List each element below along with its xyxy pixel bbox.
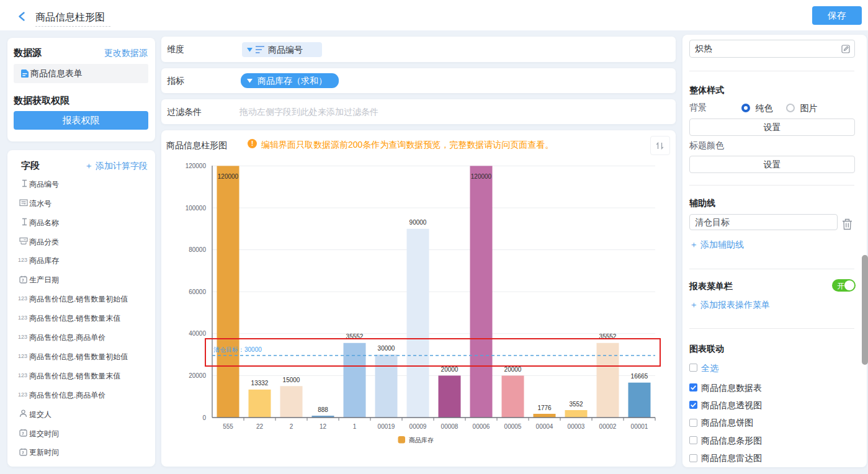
svg-text:20000: 20000 (189, 372, 206, 379)
svg-text:00001: 00001 (631, 423, 648, 430)
svg-text:12: 12 (320, 423, 327, 430)
svg-text:00008: 00008 (441, 423, 459, 430)
svg-text:13332: 13332 (251, 380, 269, 387)
svg-text:00005: 00005 (504, 423, 522, 430)
svg-text:20000: 20000 (441, 366, 459, 373)
svg-text:商品库存: 商品库存 (409, 437, 434, 444)
svg-text:100000: 100000 (186, 205, 207, 212)
svg-text:90000: 90000 (409, 219, 427, 226)
svg-text:00009: 00009 (409, 423, 427, 430)
svg-text:1776: 1776 (537, 405, 552, 411)
svg-text:15000: 15000 (283, 377, 300, 383)
svg-text:555: 555 (223, 423, 233, 430)
svg-text:120000: 120000 (218, 173, 239, 180)
svg-text:00019: 00019 (378, 423, 395, 430)
svg-text:22: 22 (256, 423, 264, 430)
svg-text:00004: 00004 (536, 423, 553, 430)
svg-text:888: 888 (318, 406, 328, 413)
svg-text:16665: 16665 (631, 373, 648, 380)
svg-text:40000: 40000 (189, 330, 206, 337)
svg-text:30000: 30000 (378, 345, 395, 352)
svg-text:60000: 60000 (189, 288, 206, 295)
svg-text:1: 1 (353, 423, 357, 430)
svg-text:80000: 80000 (189, 246, 206, 253)
svg-text:00006: 00006 (473, 423, 490, 430)
svg-text:120000: 120000 (186, 163, 207, 169)
svg-text:3552: 3552 (569, 401, 583, 408)
svg-text:00003: 00003 (568, 423, 585, 430)
svg-text:00002: 00002 (599, 423, 617, 430)
svg-text:2: 2 (290, 423, 293, 430)
svg-text:0: 0 (202, 414, 206, 421)
svg-text:清仓目标：30000: 清仓目标：30000 (213, 346, 262, 353)
svg-text:20000: 20000 (504, 366, 522, 373)
svg-text:120000: 120000 (471, 173, 492, 180)
